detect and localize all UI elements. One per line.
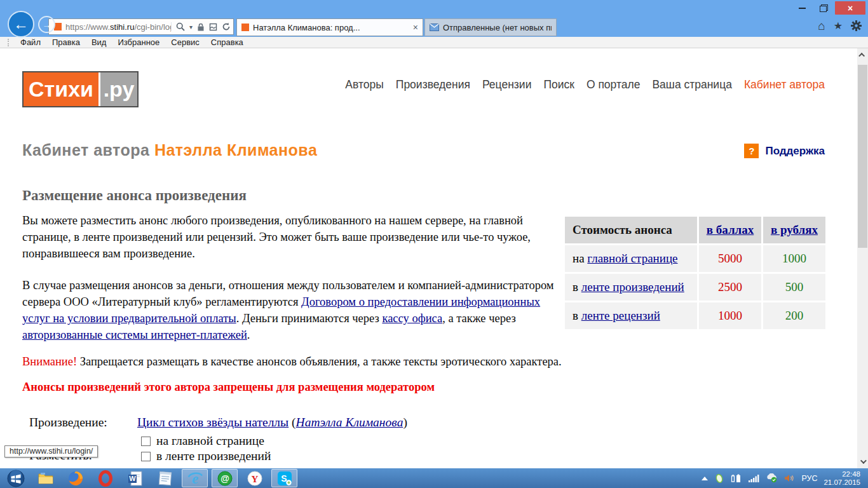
search-dropdown-icon[interactable]: ▾ — [189, 24, 193, 30]
stihi-logo[interactable]: Стихи .ру — [22, 71, 139, 107]
tray-expand-icon[interactable] — [702, 477, 708, 480]
language-indicator[interactable]: РУС — [801, 474, 817, 483]
author-link[interactable]: Натэлла Климанова — [296, 416, 403, 429]
tray-clock[interactable]: 22:48 21.07.2015 — [824, 470, 860, 487]
restore-button[interactable] — [813, 1, 834, 15]
scroll-up-button[interactable] — [857, 50, 868, 60]
taskbar-mail-ru-agent[interactable]: @ — [212, 469, 238, 487]
address-bar[interactable]: https://www.stihi.ru/cgi-bin/login/promo… — [48, 18, 234, 35]
internet-explorer-icon: e — [187, 470, 203, 487]
checkbox-works-feed[interactable] — [141, 452, 151, 461]
nav-authors[interactable]: Авторы — [345, 78, 383, 92]
url-domain: stihi.ru — [110, 22, 134, 32]
row-prefix: в — [573, 309, 581, 322]
home-icon[interactable]: ⌂ — [818, 20, 825, 32]
search-icon[interactable] — [176, 22, 185, 31]
menu-tools[interactable]: Сервис — [165, 37, 205, 47]
points-value: 1000 — [699, 302, 761, 329]
support-label[interactable]: Поддержка — [765, 145, 825, 158]
skype-icon: S — [276, 470, 293, 487]
rubles-value: 1000 — [763, 245, 825, 272]
rubles-sort-link[interactable]: в рублях — [771, 223, 818, 236]
gear-icon[interactable] — [851, 20, 862, 31]
taskbar-apps: W e @ — [0, 469, 297, 487]
taskbar-notepad[interactable] — [152, 469, 178, 487]
tray-date: 21.07.2015 — [824, 478, 860, 487]
taskbar-firefox[interactable] — [62, 469, 88, 487]
svg-text:@: @ — [220, 473, 229, 484]
back-arrow-icon: ← — [13, 15, 29, 33]
taskbar-internet-explorer[interactable]: e — [182, 469, 208, 487]
forward-button[interactable]: → — [38, 16, 55, 33]
points-sort-link[interactable]: в баллах — [707, 223, 754, 236]
signal-bars-icon[interactable] — [749, 473, 759, 483]
taskbar-explorer[interactable] — [32, 469, 58, 487]
tab-close-icon[interactable]: × — [413, 22, 418, 32]
price-table-header-row: Стоимость анонса в баллах в рублях — [565, 217, 825, 243]
refresh-icon[interactable] — [222, 22, 231, 31]
taskbar-yandex-browser[interactable]: Y — [241, 469, 268, 487]
start-button[interactable] — [3, 469, 29, 487]
warning-text: Запрещается размещать в качестве анонсов… — [77, 355, 562, 368]
price-header-cost: Стоимость анонса — [565, 217, 697, 243]
tray-leaf-icon[interactable] — [714, 473, 724, 484]
support-link[interactable]: ? Поддержка — [744, 144, 825, 158]
paren-close: ) — [403, 416, 407, 429]
tray-time: 22:48 — [824, 470, 860, 478]
menu-view[interactable]: Вид — [86, 37, 112, 47]
word-icon: W — [127, 470, 144, 487]
terms-paragraph: В случае размещения анонсов за деньги, о… — [22, 277, 566, 343]
vertical-scrollbar[interactable] — [857, 48, 868, 468]
menu-favorites[interactable]: Избранное — [112, 37, 165, 47]
minimize-button[interactable] — [792, 1, 812, 15]
works-feed-link[interactable]: ленте произведений — [581, 280, 684, 294]
envelope-icon — [430, 24, 439, 31]
scrollbar-thumb[interactable] — [858, 65, 867, 248]
url-text[interactable]: https://www.stihi.ru/cgi-bin/login/promo… — [65, 22, 171, 32]
page-content: Стихи .ру Авторы Произведения Рецензии П… — [0, 48, 857, 468]
scroll-down-button[interactable] — [857, 456, 868, 467]
back-button[interactable]: ← — [8, 11, 34, 37]
tab-title: Натэлла Климанова: прод... — [253, 23, 410, 32]
close-button[interactable]: × — [835, 1, 865, 15]
tab-mail[interactable]: Отправленные (нет новых пи... — [424, 18, 557, 36]
firefox-icon — [67, 470, 84, 487]
menu-edit[interactable]: Правка — [46, 37, 86, 47]
address-bar-icons: ▾ — [171, 22, 231, 31]
tab-stihi[interactable]: Натэлла Климанова: прод... × — [236, 18, 423, 36]
option-works-feed: в ленте произведений — [141, 449, 271, 463]
page-title: Кабинет автора Натэлла Климанова — [22, 141, 317, 159]
terms-text-4: . — [247, 329, 250, 341]
network-status-icon[interactable] — [766, 473, 778, 483]
intro-paragraph: Вы можете разместить анонс любого произв… — [22, 212, 566, 262]
checkbox-label: на главной странице — [156, 434, 264, 448]
tab-favicon-orange — [241, 24, 249, 31]
site-nav: Авторы Произведения Рецензии Поиск О пор… — [345, 78, 825, 92]
lock-icon — [197, 23, 205, 31]
nav-your-page[interactable]: Ваша страница — [652, 78, 731, 92]
menu-file[interactable]: Файл — [15, 37, 46, 47]
battery-icon[interactable] — [731, 473, 742, 484]
nav-reviews[interactable]: Рецензии — [482, 78, 531, 92]
payment-systems-link[interactable]: авторизованные системы интернет-платежей — [22, 329, 247, 341]
taskbar-skype[interactable]: S — [271, 469, 297, 487]
office-cashier-link[interactable]: кассу офиса — [382, 312, 442, 325]
compatibility-view-icon[interactable] — [209, 23, 217, 31]
favorites-star-icon[interactable]: ★ — [834, 21, 843, 31]
checkbox-main-page[interactable] — [141, 437, 151, 446]
nav-works[interactable]: Произведения — [396, 78, 470, 92]
nav-about[interactable]: О портале — [587, 78, 641, 92]
nav-search[interactable]: Поиск — [543, 78, 574, 92]
menu-help[interactable]: Справка — [205, 37, 249, 47]
main-page-link[interactable]: главной странице — [587, 252, 677, 265]
taskbar: W e @ — [0, 468, 868, 488]
reviews-feed-link[interactable]: ленте рецензий — [581, 309, 660, 322]
taskbar-word[interactable]: W — [122, 469, 148, 487]
mail-ru-agent-icon: @ — [217, 470, 233, 487]
nav-author-cabinet[interactable]: Кабинет автора — [744, 78, 825, 92]
volume-icon[interactable] — [784, 473, 795, 483]
work-link[interactable]: Цикл стихов звёзды нателлы — [137, 416, 288, 429]
taskbar-opera[interactable] — [92, 469, 118, 487]
window-controls: × — [792, 1, 865, 15]
question-icon[interactable]: ? — [744, 144, 759, 158]
